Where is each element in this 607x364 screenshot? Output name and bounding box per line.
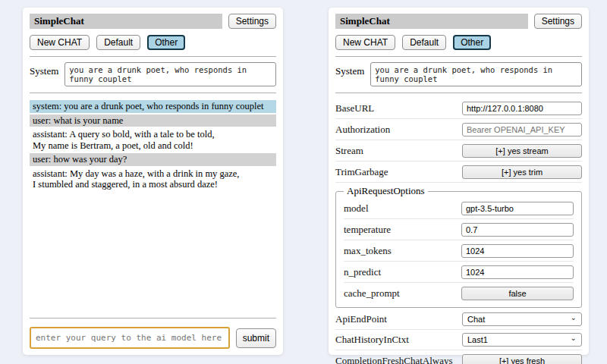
baseurl-input[interactable] xyxy=(462,102,582,115)
setting-row-cache-prompt: cache_prompt false xyxy=(344,283,574,303)
divider xyxy=(335,93,582,93)
selected-option: Chat xyxy=(467,315,485,324)
settings-panel: SimpleChat Settings New CHAT Default Oth… xyxy=(329,8,589,355)
setting-label: cache_prompt xyxy=(344,287,400,300)
setting-row-stream: Stream [+] yes stream xyxy=(335,140,582,162)
session-button-default[interactable]: Default xyxy=(96,35,140,50)
message-user: user: what is your name xyxy=(30,115,276,127)
session-buttons: New CHAT Default Other xyxy=(335,35,582,50)
setting-label: CompletionFreshChatAlways xyxy=(335,355,453,364)
completionfresh-toggle-button[interactable]: [+] yes fresh xyxy=(462,354,582,364)
setting-label: model xyxy=(344,202,369,215)
setting-label: n_predict xyxy=(344,266,381,278)
message-assistant: assistant: A query so bold, with a tale … xyxy=(30,128,276,152)
message-system: system: you are a drunk poet, who respon… xyxy=(30,100,276,113)
divider xyxy=(30,56,276,57)
setting-row-chathistoryinctxt: ChatHistoryInCtxt Last1 ⌄ xyxy=(335,330,582,350)
setting-label: ChatHistoryInCtxt xyxy=(335,334,409,346)
setting-label: TrimGarbage xyxy=(335,166,388,178)
query-row: submit xyxy=(30,327,276,349)
message-assistant: assistant: My day was a haze, with a dri… xyxy=(30,168,276,191)
header: SimpleChat Settings xyxy=(335,14,582,29)
session-buttons: New CHAT Default Other xyxy=(30,35,276,50)
session-button-default[interactable]: Default xyxy=(402,35,446,50)
model-input[interactable] xyxy=(461,202,574,215)
message-user: user: how was your day? xyxy=(30,153,276,166)
authorization-input[interactable] xyxy=(462,123,582,136)
app-title: SimpleChat xyxy=(335,14,528,29)
stream-toggle-button[interactable]: [+] yes stream xyxy=(462,144,582,158)
system-prompt-row: System you are a drunk poet, who respond… xyxy=(30,62,276,86)
setting-row-baseurl: BaseURL xyxy=(335,98,582,119)
session-button-other[interactable]: Other xyxy=(453,35,491,50)
fieldset-legend: ApiRequestOptions xyxy=(344,185,428,197)
chathistoryinctxt-select[interactable]: Last1 ⌄ xyxy=(462,333,582,347)
cache-prompt-toggle-button[interactable]: false xyxy=(461,287,574,300)
system-prompt-row: System you are a drunk poet, who respond… xyxy=(335,62,582,86)
setting-row-apiendpoint: ApiEndPoint Chat ⌄ xyxy=(335,309,582,330)
chevron-down-icon: ⌄ xyxy=(571,314,577,322)
system-label: System xyxy=(335,62,364,77)
settings-button[interactable]: Settings xyxy=(228,14,276,29)
divider xyxy=(30,318,276,318)
apiendpoint-select[interactable]: Chat ⌄ xyxy=(462,312,582,326)
selected-option: Last1 xyxy=(467,335,488,344)
api-request-options-fieldset: ApiRequestOptions model temperature max_… xyxy=(335,185,582,308)
header: SimpleChat Settings xyxy=(30,14,276,29)
system-prompt-input[interactable]: you are a drunk poet, who responds in fu… xyxy=(370,62,582,86)
setting-row-max-tokens: max_tokens xyxy=(344,240,574,262)
temperature-input[interactable] xyxy=(461,223,574,237)
divider xyxy=(335,56,582,57)
setting-label: BaseURL xyxy=(335,102,374,115)
setting-row-n-predict: n_predict xyxy=(344,262,574,283)
settings-button[interactable]: Settings xyxy=(534,14,582,29)
chevron-down-icon: ⌄ xyxy=(571,334,577,342)
query-input[interactable] xyxy=(30,327,230,349)
new-chat-button[interactable]: New CHAT xyxy=(30,35,90,50)
app-title: SimpleChat xyxy=(30,14,222,29)
system-label: System xyxy=(30,62,58,77)
chat-messages: system: you are a drunk poet, who respon… xyxy=(30,100,276,312)
setting-row-completionfreshchatalways: CompletionFreshChatAlways [+] yes fresh xyxy=(335,350,582,364)
max-tokens-input[interactable] xyxy=(461,244,574,258)
divider xyxy=(30,93,276,93)
setting-row-trimgarbage: TrimGarbage [+] yes trim xyxy=(335,162,582,183)
chat-panel: SimpleChat Settings New CHAT Default Oth… xyxy=(23,8,283,355)
submit-button[interactable]: submit xyxy=(236,328,276,348)
n-predict-input[interactable] xyxy=(461,265,574,279)
session-button-other[interactable]: Other xyxy=(147,35,185,50)
setting-label: max_tokens xyxy=(344,245,392,257)
setting-label: temperature xyxy=(344,224,391,236)
new-chat-button[interactable]: New CHAT xyxy=(335,35,395,50)
setting-row-temperature: temperature xyxy=(344,219,574,240)
setting-row-authorization: Authorization xyxy=(335,119,582,140)
trimgarbage-toggle-button[interactable]: [+] yes trim xyxy=(462,165,582,179)
setting-row-model: model xyxy=(344,198,574,219)
system-prompt-input[interactable]: you are a drunk poet, who responds in fu… xyxy=(64,62,276,86)
settings-list: BaseURL Authorization Stream [+] yes str… xyxy=(335,98,582,364)
setting-label: Stream xyxy=(335,145,363,157)
setting-label: Authorization xyxy=(335,124,390,136)
setting-label: ApiEndPoint xyxy=(335,313,387,325)
